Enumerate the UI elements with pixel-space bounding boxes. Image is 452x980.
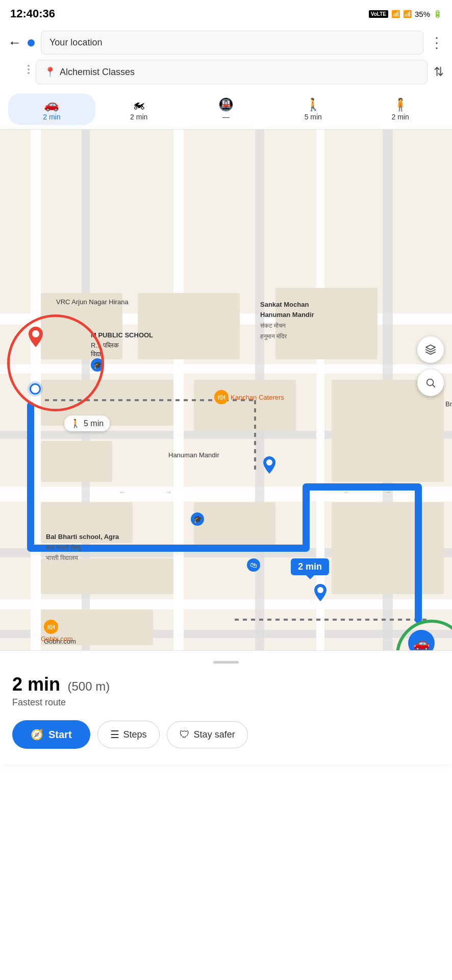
map-label-vrc: VRC Arjun Nagar Hirana: [56, 298, 129, 306]
car-icon: 🚗: [44, 97, 59, 112]
transport-walk[interactable]: 🚶 5 min: [269, 93, 357, 125]
route-label: Fastest route: [12, 697, 440, 708]
start-label: Start: [48, 729, 72, 741]
kanchan-label: Kanchan Caterers: [231, 394, 284, 401]
to-row: 📍 Alchemist Classes ⇅: [8, 60, 444, 84]
map-label-balbharti2: बाल भारती शिशु: [46, 544, 81, 551]
svg-text:←: ←: [119, 488, 126, 496]
transit-icon: 🚇: [218, 97, 234, 112]
shop-pin: 🛍: [247, 558, 260, 572]
poi-gobhi: 🍽: [44, 620, 58, 634]
walk-time: 5 min: [305, 113, 322, 121]
map-label-school1: M PUBLIC SCHOOL: [91, 331, 153, 339]
poi-kanchan: 🍽 Kanchan Caterers: [214, 390, 284, 404]
transport-car[interactable]: 🚗 2 min: [8, 93, 95, 125]
to-location-text: Alchemist Classes: [60, 67, 135, 78]
status-time: 12:40:36: [10, 7, 55, 20]
walk-icon: 🚶: [306, 97, 321, 112]
blue-pin-hanuman: [263, 456, 275, 476]
battery-text: 35%: [415, 10, 430, 18]
map-label-sankat-hindi: संकट मोचन: [260, 322, 286, 329]
status-bar: 12:40:36 VoLTE 📶 📶 35% 🔋: [0, 0, 452, 26]
svg-rect-19: [41, 558, 173, 594]
red-pin: [29, 327, 43, 349]
svg-rect-24: [332, 502, 444, 594]
stay-safer-button[interactable]: 🛡 Stay safer: [167, 721, 248, 748]
start-button[interactable]: 🧭 Start: [12, 720, 90, 749]
map-label-hanuman-hindi: हनुमान मंदिर: [260, 333, 287, 340]
volte-badge: VoLTE: [369, 10, 388, 18]
map-label-school3: विद्या: [91, 350, 101, 358]
layers-button[interactable]: [417, 336, 444, 363]
transport-modes: 🚗 2 min 🏍 2 min 🚇 — 🚶 5 min 🧍 2 min: [0, 89, 452, 130]
svg-rect-14: [138, 293, 240, 359]
walk-icon-label: 🚶: [70, 419, 81, 428]
search-button[interactable]: [417, 370, 444, 396]
route-summary: 2 min (500 m): [12, 674, 440, 695]
time-bubble-text: 2 min: [298, 561, 322, 572]
network-icon: 📶: [391, 10, 400, 18]
map-label-hanuman-mid: Hanuman Mandir: [168, 451, 219, 459]
dot2: [28, 68, 30, 70]
status-icons: VoLTE 📶 📶 35% 🔋: [369, 10, 442, 18]
svg-point-33: [317, 587, 323, 593]
steps-label: Steps: [123, 729, 147, 740]
route-distance: (500 m): [67, 679, 110, 693]
transport-accessible[interactable]: 🧍 2 min: [357, 93, 444, 125]
signal-icon: 📶: [403, 10, 412, 18]
map-container[interactable]: → ← ← → VRC Arjun Nagar Hirana Sankat Mo…: [0, 130, 452, 650]
battery-icon: 🔋: [433, 10, 442, 18]
svg-rect-17: [41, 441, 112, 482]
bike-icon: 🏍: [133, 97, 145, 112]
search-area: ← Your location ⋮ 📍 Alchemist Classes ⇅: [0, 26, 452, 89]
edu-pin-2: 🎓: [191, 512, 204, 526]
map-label-br: Br: [445, 400, 452, 408]
svg-rect-15: [275, 288, 378, 359]
restaurant-icon: 🍽: [214, 390, 229, 404]
from-row: ← Your location ⋮: [8, 31, 444, 55]
time-bubble-car: 2 min: [291, 558, 329, 575]
walk-time-text: 5 min: [84, 419, 104, 428]
map-label-sankat: Sankat Mochan: [260, 301, 309, 308]
steps-button[interactable]: ☰ Steps: [97, 721, 160, 748]
svg-rect-22: [194, 502, 275, 548]
shield-icon: 🛡: [180, 729, 190, 741]
car-time: 2 min: [43, 113, 60, 121]
from-input[interactable]: Your location: [41, 31, 423, 55]
action-buttons: 🧭 Start ☰ Steps 🛡 Stay safer: [12, 720, 440, 749]
destination-icon: 📍: [44, 66, 56, 78]
svg-rect-9: [173, 130, 184, 650]
map-label-balbharti3: भारती विद्यालय: [46, 554, 78, 561]
back-button[interactable]: ←: [8, 35, 21, 51]
steps-icon: ☰: [110, 728, 119, 741]
swap-button[interactable]: ⇅: [434, 65, 444, 79]
gobhi-icon: 🍽: [44, 620, 58, 634]
transport-transit[interactable]: 🚇 —: [183, 93, 270, 125]
transit-time: —: [222, 113, 230, 121]
dot3: [28, 72, 30, 74]
from-location-text: Your location: [49, 37, 102, 48]
blue-pin-dest: [314, 584, 327, 603]
svg-point-32: [266, 459, 272, 465]
current-location-dot: [30, 383, 41, 395]
map-label-hanuman-top: Hanuman Mandir: [260, 311, 314, 318]
more-button[interactable]: ⋮: [430, 34, 444, 51]
navigation-icon: 🧭: [31, 728, 43, 741]
stay-safer-label: Stay safer: [194, 729, 235, 740]
accessible-time: 2 min: [391, 113, 409, 121]
map-label-school2: R... पब्लिक: [91, 341, 119, 350]
bottom-sheet: 2 min (500 m) Fastest route 🧭 Start ☰ St…: [0, 650, 452, 764]
svg-point-35: [427, 379, 434, 386]
accessible-icon: 🧍: [393, 97, 408, 112]
to-input[interactable]: 📍 Alchemist Classes: [36, 60, 428, 84]
dot1: [28, 65, 30, 67]
connector2: [28, 65, 30, 74]
svg-point-34: [32, 330, 39, 337]
sheet-handle: [213, 661, 239, 664]
walk-time-label: 🚶 5 min: [64, 415, 110, 431]
connector: [28, 39, 35, 46]
route-time: 2 min: [12, 674, 60, 695]
transport-bike[interactable]: 🏍 2 min: [95, 93, 183, 125]
svg-rect-21: [194, 380, 296, 431]
edu-pin-1: 🎓: [91, 358, 104, 372]
